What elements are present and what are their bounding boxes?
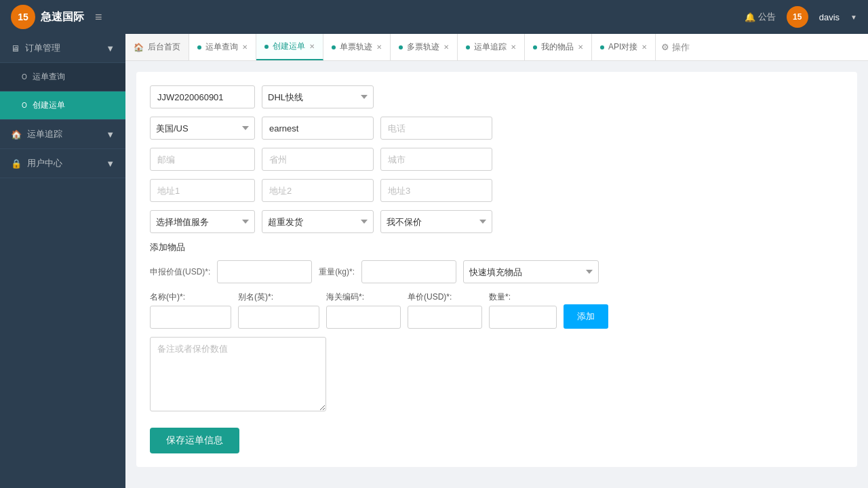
declared-value-input[interactable] — [217, 260, 312, 283]
phone-input[interactable] — [380, 117, 492, 140]
form-card: DHL快线 美国/US 选择增值服务 — [136, 72, 857, 467]
main-content: DHL快线 美国/US 选择增值服务 — [125, 61, 868, 488]
name-en-field: 别名(英)*: — [238, 291, 319, 329]
city-input[interactable] — [380, 148, 492, 171]
tab-dot-query — [197, 45, 201, 49]
tab-dot-create — [264, 45, 269, 49]
tab-create-waybill[interactable]: 创建运单 ✕ — [256, 34, 323, 60]
menu-icon[interactable]: ≡ — [95, 10, 102, 24]
user-dropdown-arrow[interactable]: ▼ — [850, 14, 857, 21]
notice-area[interactable]: 🔔 公告 — [745, 11, 776, 23]
name-en-input[interactable] — [238, 306, 319, 329]
tab-close-create[interactable]: ✕ — [309, 43, 315, 50]
tab-home-label: 后台首页 — [148, 41, 180, 53]
tab-close-trace[interactable]: ✕ — [511, 43, 516, 51]
row-country-name-phone: 美国/US — [150, 117, 844, 140]
tab-dot-ticket — [332, 45, 336, 49]
overweight-select[interactable]: 超重发货 — [262, 210, 374, 233]
address3-input[interactable] — [380, 179, 492, 202]
waybill-number-input[interactable] — [150, 85, 255, 108]
weight-label: 重量(kg)*: — [319, 266, 355, 278]
sidebar-label-user: 用户中心 — [27, 157, 62, 169]
sidebar-item-order-management[interactable]: 🖥 订单管理 ▼ — [0, 34, 125, 63]
tab-label-create: 创建运单 — [273, 41, 305, 52]
tab-label-ticket: 单票轨迹 — [340, 41, 372, 53]
name-cn-input[interactable] — [150, 306, 231, 329]
bell-icon: 🔔 — [745, 12, 755, 22]
operate-button[interactable]: ⚙ 操作 — [656, 41, 695, 54]
tab-label-items: 我的物品 — [541, 41, 574, 53]
customs-code-field: 海关编码*: — [326, 291, 401, 329]
tab-home[interactable]: 🏠 后台首页 — [125, 34, 189, 60]
sidebar-label-create: 创建运单 — [33, 100, 65, 111]
tab-label-query: 运单查询 — [205, 41, 238, 53]
logo: 15 急速国际 — [11, 5, 84, 29]
quantity-input[interactable] — [489, 306, 557, 329]
circle-icon-query: O — [22, 73, 27, 81]
tab-dot-api — [600, 45, 604, 49]
zip-input[interactable] — [150, 148, 255, 171]
home-icon: 🏠 — [11, 129, 22, 140]
tab-close-items[interactable]: ✕ — [578, 43, 583, 51]
address2-input[interactable] — [262, 179, 374, 202]
insurance-select[interactable]: 我不保价 — [380, 210, 492, 233]
weight-input[interactable] — [361, 260, 456, 283]
customs-code-input[interactable] — [326, 306, 401, 329]
service-type-select[interactable]: DHL快线 — [262, 85, 374, 108]
sidebar-item-waybill-query[interactable]: O 运单查询 — [0, 63, 125, 92]
row-item-details: 名称(中)*: 别名(英)*: 海关编码*: 单价(USD)*: 数量*: 添加 — [150, 291, 844, 329]
tab-waybill-trace[interactable]: 运单追踪 ✕ — [458, 34, 525, 60]
home-tab-icon: 🏠 — [134, 43, 144, 52]
sidebar-label-tracking: 运单追踪 — [27, 128, 62, 140]
unit-price-input[interactable] — [408, 306, 482, 329]
unit-price-label: 单价(USD)*: — [408, 291, 482, 303]
header: 15 急速国际 ≡ 🔔 公告 15 davis ▼ — [0, 0, 868, 34]
row-zip-province-city — [150, 148, 844, 171]
operate-label: 操作 — [672, 41, 690, 54]
tab-multi-track[interactable]: 多票轨迹 ✕ — [391, 34, 458, 60]
tab-close-ticket[interactable]: ✕ — [376, 43, 382, 51]
unit-price-field: 单价(USD)*: — [408, 291, 482, 329]
sidebar-item-user-center[interactable]: 🔒 用户中心 ▼ — [0, 149, 125, 178]
tab-api[interactable]: API对接 ✕ — [592, 34, 656, 60]
address1-input[interactable] — [150, 179, 255, 202]
lock-icon: 🔒 — [11, 159, 22, 169]
recipient-name-input[interactable] — [262, 117, 374, 140]
tab-close-query[interactable]: ✕ — [242, 43, 248, 51]
tab-dot-items — [533, 45, 537, 49]
notice-label: 公告 — [758, 11, 776, 23]
chevron-down-icon-2: ▼ — [106, 129, 115, 140]
sidebar: 🖥 订单管理 ▼ O 运单查询 O 创建运单 🏠 运单追踪 ▼ 🔒 用户中心 ▼ — [0, 34, 125, 488]
row-value-weight: 申报价值(USD)*: 重量(kg)*: 快速填充物品 — [150, 260, 844, 283]
name-en-label: 别名(英)*: — [238, 291, 319, 303]
tab-my-items[interactable]: 我的物品 ✕ — [525, 34, 592, 60]
name-cn-label: 名称(中)*: — [150, 291, 231, 303]
sidebar-label-order: 订单管理 — [25, 42, 60, 54]
save-button[interactable]: 保存运单信息 — [150, 428, 239, 453]
tab-close-multi[interactable]: ✕ — [443, 43, 449, 51]
sidebar-item-create-waybill[interactable]: O 创建运单 — [0, 92, 125, 120]
circle-icon-create: O — [22, 102, 27, 109]
add-item-button[interactable]: 添加 — [564, 304, 608, 329]
province-input[interactable] — [262, 148, 374, 171]
value-service-select[interactable]: 选择增值服务 — [150, 210, 255, 233]
user-avatar: 15 — [787, 6, 808, 28]
header-right: 🔔 公告 15 davis ▼ — [745, 6, 857, 28]
tab-label-api: API对接 — [608, 41, 637, 53]
logo-icon: 15 — [11, 5, 35, 29]
tab-label-multi: 多票轨迹 — [407, 41, 439, 53]
tab-label-trace: 运单追踪 — [474, 41, 507, 53]
settings-icon: ⚙ — [661, 42, 669, 52]
sidebar-label-query: 运单查询 — [33, 71, 65, 83]
sidebar-item-waybill-tracking[interactable]: 🏠 运单追踪 ▼ — [0, 120, 125, 149]
tab-waybill-query[interactable]: 运单查询 ✕ — [189, 34, 256, 60]
tab-dot-multi — [399, 45, 403, 49]
tab-dot-trace — [466, 45, 470, 49]
row-notes — [150, 337, 844, 411]
tab-ticket-track[interactable]: 单票轨迹 ✕ — [323, 34, 391, 60]
quick-fill-select[interactable]: 快速填充物品 — [463, 260, 599, 283]
notes-textarea[interactable] — [150, 337, 326, 411]
country-select[interactable]: 美国/US — [150, 117, 255, 140]
tab-close-api[interactable]: ✕ — [642, 43, 647, 51]
chevron-down-icon-3: ▼ — [106, 159, 115, 169]
